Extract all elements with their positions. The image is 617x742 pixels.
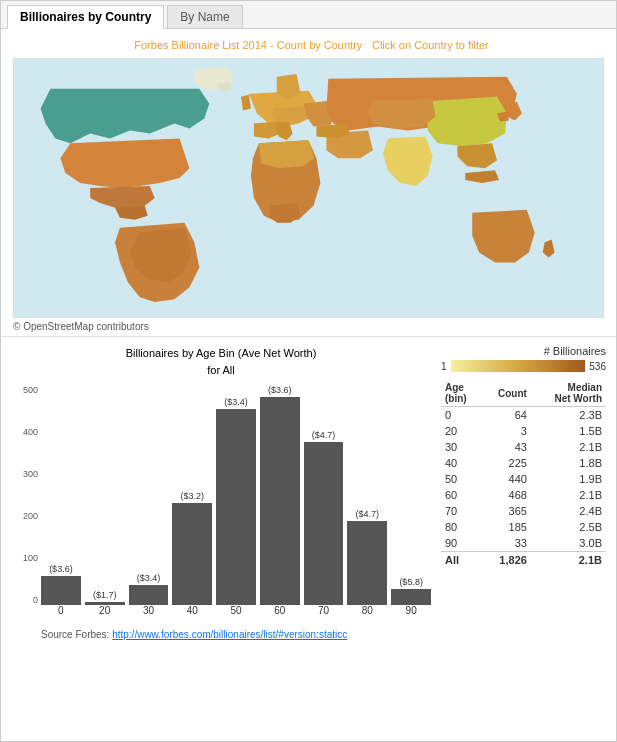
bar-value-label-90: ($5.8) <box>399 577 423 587</box>
bar-group-50: ($3.4) <box>216 385 256 605</box>
source-link[interactable]: http://www.forbes.com/billionaires/list/… <box>112 629 347 640</box>
legend-min: 1 <box>441 361 447 372</box>
bar-group-90: ($5.8) <box>391 385 431 605</box>
cell-age-40: 40 <box>441 455 481 471</box>
bar-60[interactable] <box>260 397 300 605</box>
x-tick-90: 90 <box>391 605 431 625</box>
cell-count-80: 185 <box>481 519 531 535</box>
bar-value-label-0: ($3.6) <box>49 564 73 574</box>
tab-bar: Billionaires by Country By Name <box>1 1 616 29</box>
y-tick-400: 400 <box>23 427 38 437</box>
bar-group-40: ($3.2) <box>172 385 212 605</box>
x-tick-0: 0 <box>41 605 81 625</box>
cell-worth-80: 2.5B <box>531 519 606 535</box>
bar-group-70: ($4.7) <box>304 385 344 605</box>
cell-count-70: 365 <box>481 503 531 519</box>
x-tick-30: 30 <box>129 605 169 625</box>
cell-age-70: 70 <box>441 503 481 519</box>
cell-age-20: 20 <box>441 423 481 439</box>
bar-0[interactable] <box>41 576 81 605</box>
source-line: Source Forbes: http://www.forbes.com/bil… <box>11 629 431 640</box>
x-tick-70: 70 <box>304 605 344 625</box>
bar-50[interactable] <box>216 409 256 605</box>
y-tick-0: 0 <box>33 595 38 605</box>
table-row-All: All1,8262.1B <box>441 552 606 569</box>
bar-40[interactable] <box>172 503 212 604</box>
x-axis: 02030405060708090 <box>41 605 431 625</box>
bar-group-30: ($3.4) <box>129 385 169 605</box>
map-section: Forbes Billionaire List 2014 - Count by … <box>1 29 616 337</box>
table-row-50: 504401.9B <box>441 471 606 487</box>
bar-value-label-80: ($4.7) <box>356 509 380 519</box>
cell-worth-0: 2.3B <box>531 407 606 424</box>
bar-90[interactable] <box>391 589 431 604</box>
col-count: Count <box>481 380 531 407</box>
col-age: Age(bin) <box>441 380 481 407</box>
x-tick-40: 40 <box>172 605 212 625</box>
cell-count-20: 3 <box>481 423 531 439</box>
main-container: Billionaires by Country By Name Forbes B… <box>0 0 617 742</box>
bar-70[interactable] <box>304 442 344 605</box>
table-row-70: 703652.4B <box>441 503 606 519</box>
table-row-80: 801852.5B <box>441 519 606 535</box>
x-tick-80: 80 <box>347 605 387 625</box>
cell-count-0: 64 <box>481 407 531 424</box>
table-row-90: 90333.0B <box>441 535 606 552</box>
data-table: Age(bin) Count MedianNet Worth 0642.3B20… <box>441 380 606 568</box>
legend-title: # Billionaires <box>441 345 606 357</box>
table-row-60: 604682.1B <box>441 487 606 503</box>
bar-chart: 500 400 300 200 100 0 ($3.6)($1.7)($3.4)… <box>11 385 431 625</box>
table-row-20: 2031.5B <box>441 423 606 439</box>
cell-worth-40: 1.8B <box>531 455 606 471</box>
chart-area: Billionaires by Age Bin (Ave Net Worth) … <box>11 345 431 640</box>
cell-age-80: 80 <box>441 519 481 535</box>
bar-value-label-60: ($3.6) <box>268 385 292 395</box>
cell-count-40: 225 <box>481 455 531 471</box>
bar-80[interactable] <box>347 521 387 605</box>
legend-bar-row: 1 536 <box>441 360 606 372</box>
bar-30[interactable] <box>129 585 169 605</box>
cell-worth-70: 2.4B <box>531 503 606 519</box>
table-row-30: 30432.1B <box>441 439 606 455</box>
chart-title: Billionaires by Age Bin (Ave Net Worth) … <box>11 345 431 379</box>
tab-by-name[interactable]: By Name <box>167 5 242 28</box>
table-row-40: 402251.8B <box>441 455 606 471</box>
bar-value-label-30: ($3.4) <box>137 573 161 583</box>
cell-count-All: 1,826 <box>481 552 531 569</box>
legend-max: 536 <box>589 361 606 372</box>
map-title: Forbes Billionaire List 2014 - Count by … <box>13 37 604 52</box>
cell-count-30: 43 <box>481 439 531 455</box>
north-africa-region[interactable] <box>259 140 315 168</box>
china-region[interactable] <box>428 97 507 147</box>
cell-worth-All: 2.1B <box>531 552 606 569</box>
x-tick-50: 50 <box>216 605 256 625</box>
cell-worth-60: 2.1B <box>531 487 606 503</box>
x-tick-60: 60 <box>260 605 300 625</box>
cell-count-90: 33 <box>481 535 531 552</box>
cell-age-60: 60 <box>441 487 481 503</box>
bar-group-80: ($4.7) <box>347 385 387 605</box>
col-worth: MedianNet Worth <box>531 380 606 407</box>
tab-billionaires-by-country[interactable]: Billionaires by Country <box>7 5 164 29</box>
map-svg <box>14 59 603 317</box>
central-asia-region[interactable] <box>368 99 435 129</box>
bar-value-label-40: ($3.2) <box>180 491 204 501</box>
cell-age-50: 50 <box>441 471 481 487</box>
y-tick-500: 500 <box>23 385 38 395</box>
y-tick-100: 100 <box>23 553 38 563</box>
bar-value-label-20: ($1.7) <box>93 590 117 600</box>
bar-group-20: ($1.7) <box>85 385 125 605</box>
map-credit: © OpenStreetMap contributors <box>13 321 604 332</box>
cell-age-90: 90 <box>441 535 481 552</box>
cell-worth-90: 3.0B <box>531 535 606 552</box>
y-tick-200: 200 <box>23 511 38 521</box>
scandinavia-region[interactable] <box>277 74 301 99</box>
bar-value-label-70: ($4.7) <box>312 430 336 440</box>
y-tick-300: 300 <box>23 469 38 479</box>
cell-age-All: All <box>441 552 481 569</box>
y-axis: 500 400 300 200 100 0 <box>11 385 41 605</box>
world-map[interactable] <box>13 58 604 318</box>
cell-count-60: 468 <box>481 487 531 503</box>
cell-count-50: 440 <box>481 471 531 487</box>
table-row-0: 0642.3B <box>441 407 606 424</box>
